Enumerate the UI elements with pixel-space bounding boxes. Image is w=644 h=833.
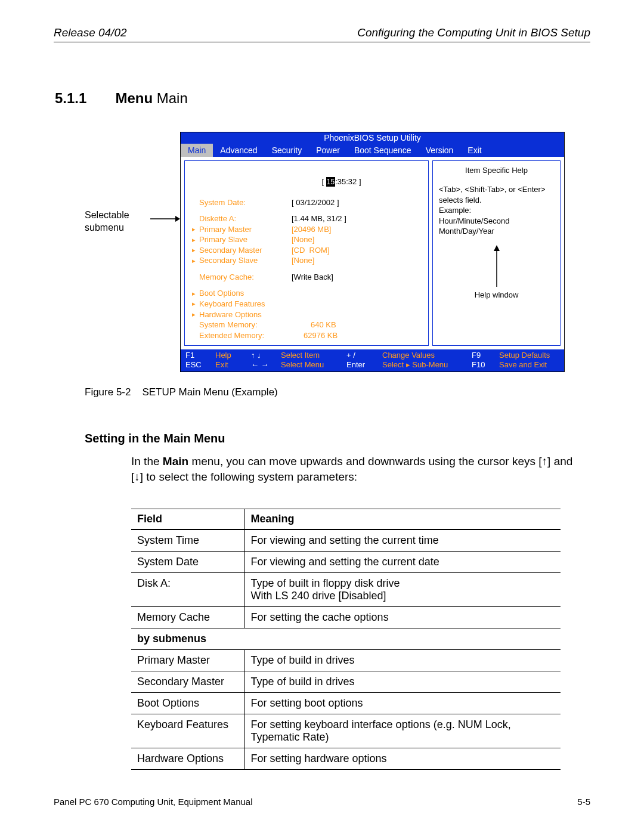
table-row: Boot OptionsFor setting boot options bbox=[131, 692, 561, 714]
table-row: System TimeFor viewing and setting the c… bbox=[131, 529, 561, 552]
table-row: Keyboard FeaturesFor setting keyboard in… bbox=[131, 714, 561, 748]
table-row: Disk A:Type of built in floppy disk driv… bbox=[131, 572, 561, 606]
section-title-bold: Menu bbox=[115, 90, 153, 106]
col-meaning: Meaning bbox=[244, 509, 561, 529]
section-number: 5.1.1 bbox=[55, 90, 86, 107]
arrow-up-icon bbox=[493, 245, 501, 287]
release-label: Release 04/02 bbox=[54, 26, 127, 39]
bios-help-panel: Item Specific Help <Tab>, <Shift-Tab>, o… bbox=[432, 160, 561, 346]
figure-caption: Figure 5-2 SETUP Main Menu (Example) bbox=[85, 386, 590, 398]
table-row: Secondary MasterType of build in drives bbox=[131, 671, 561, 692]
help-title: Item Specific Help bbox=[439, 166, 554, 175]
table-row: Memory CacheFor setting the cache option… bbox=[131, 606, 561, 628]
table-row: System DateFor viewing and setting the c… bbox=[131, 551, 561, 572]
col-field: Field bbox=[131, 509, 244, 529]
bios-footer: F1 ESC Help Exit ↑ ↓ ← → Select Item Sel… bbox=[181, 349, 564, 371]
tab-main[interactable]: Main bbox=[181, 144, 213, 157]
submenu-marker-icon: ▸ bbox=[188, 225, 199, 234]
section-title-light: Main bbox=[157, 90, 188, 106]
svg-marker-1 bbox=[175, 216, 180, 222]
submenu-callout: Selectable submenu bbox=[85, 209, 150, 234]
time-cursor: 15 bbox=[326, 177, 335, 187]
bios-screenshot: PhoenixBIOS Setup Utility Main Advanced … bbox=[180, 132, 565, 372]
page-number: 5-5 bbox=[577, 797, 590, 807]
table-section-row: by submenus bbox=[131, 628, 561, 649]
table-row: Primary MasterType of build in drives bbox=[131, 649, 561, 671]
bios-title: PhoenixBIOS Setup Utility bbox=[181, 132, 564, 143]
tab-advanced[interactable]: Advanced bbox=[213, 144, 264, 157]
tab-exit[interactable]: Exit bbox=[460, 144, 488, 157]
field-table: Field Meaning System TimeFor viewing and… bbox=[131, 509, 561, 770]
tab-boot-sequence[interactable]: Boot Sequence bbox=[347, 144, 419, 157]
arrow-right-icon bbox=[150, 213, 180, 232]
bios-main-panel: System Time: [ 15:35:32 ] System Date:[ … bbox=[184, 160, 429, 346]
bios-menubar: Main Advanced Security Power Boot Sequen… bbox=[181, 143, 564, 157]
tab-power[interactable]: Power bbox=[309, 144, 347, 157]
section-heading: 5.1.1 Menu Main bbox=[55, 90, 590, 107]
body-paragraph: In the Main menu, you can move upwards a… bbox=[131, 454, 584, 484]
subheading: Setting in the Main Menu bbox=[85, 432, 590, 445]
page-header: Release 04/02 Configuring the Computing … bbox=[54, 26, 590, 42]
tab-version[interactable]: Version bbox=[419, 144, 461, 157]
svg-marker-3 bbox=[494, 245, 500, 251]
help-window-label: Help window bbox=[439, 290, 554, 299]
table-row: Hardware OptionsFor setting hardware opt… bbox=[131, 748, 561, 769]
page-footer: Panel PC 670 Computing Unit, Equipment M… bbox=[54, 797, 590, 807]
tab-security[interactable]: Security bbox=[265, 144, 309, 157]
help-body: <Tab>, <Shift-Tab>, or <Enter> selects f… bbox=[439, 184, 554, 237]
footer-left: Panel PC 670 Computing Unit, Equipment M… bbox=[54, 797, 253, 807]
chapter-label: Configuring the Computing Unit in BIOS S… bbox=[357, 26, 590, 39]
